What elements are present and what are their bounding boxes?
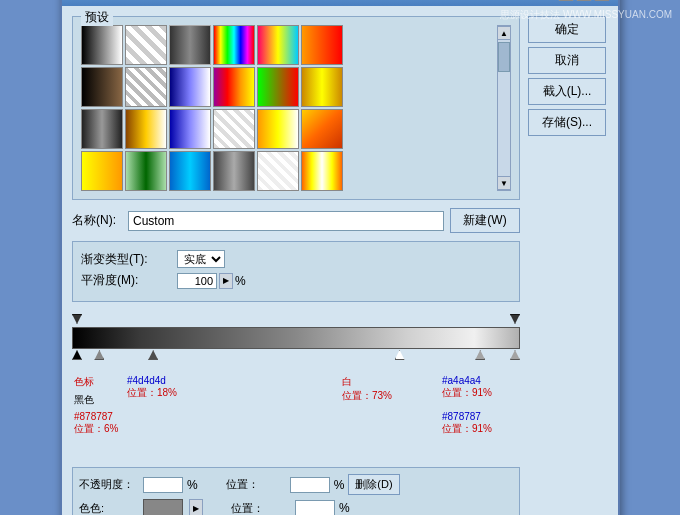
color-pos-label: 位置： <box>231 501 291 516</box>
smoothness-spinner: ▶ % <box>177 273 246 289</box>
color-stops-row <box>72 349 520 369</box>
list-item[interactable] <box>257 151 299 191</box>
color-swatch[interactable] <box>143 499 183 515</box>
stop-73-pos: 位置：73% <box>342 390 392 401</box>
settings-group: 渐变类型(T): 实底 杂色 平滑度(M): ▶ % <box>72 241 520 302</box>
scroll-up-button[interactable]: ▲ <box>497 26 511 40</box>
preset-label: 预设 <box>81 9 113 26</box>
list-item[interactable] <box>301 25 343 65</box>
list-item[interactable] <box>125 67 167 107</box>
stop-91-pos: 位置：91% <box>442 387 492 398</box>
left-panel: 预设 <box>72 16 520 515</box>
color-stop-18[interactable] <box>148 350 158 360</box>
list-item[interactable] <box>257 109 299 149</box>
list-item[interactable] <box>81 151 123 191</box>
list-item[interactable] <box>169 67 211 107</box>
opacity-percent: % <box>187 478 198 492</box>
list-item[interactable] <box>301 151 343 191</box>
color-stop-0[interactable] <box>72 350 82 360</box>
new-button[interactable]: 新建(W) <box>450 208 520 233</box>
save-button[interactable]: 存储(S)... <box>528 109 606 136</box>
stop-73-label: 白 <box>342 376 352 387</box>
name-input[interactable] <box>128 211 444 231</box>
smoothness-unit: % <box>235 274 246 288</box>
annotation-stop-6: #878787 位置：6% <box>74 411 118 436</box>
scroll-down-button[interactable]: ▼ <box>497 176 511 190</box>
list-item[interactable] <box>81 67 123 107</box>
color-pos-percent: % <box>339 501 350 515</box>
watermark: 思源设计技法 WWW.MISSYUAN.COM <box>500 8 672 22</box>
list-item[interactable] <box>213 151 255 191</box>
list-item[interactable] <box>125 25 167 65</box>
gradient-type-label: 渐变类型(T): <box>81 251 171 268</box>
gradient-editor-dialog: 渐变编辑器 — □ ✕ 预设 <box>60 0 620 515</box>
gradient-section <box>72 310 520 369</box>
dialog-title: 渐变编辑器 <box>70 0 130 2</box>
load-button[interactable]: 截入(L)... <box>528 78 606 105</box>
stop-black-label: 黑色 <box>74 394 94 405</box>
opacity-stops-row <box>72 310 520 326</box>
stop-18-color: #4d4d4d <box>127 375 166 386</box>
list-item[interactable] <box>213 109 255 149</box>
annotation-stop-18: #4d4d4d 位置：18% <box>127 375 177 400</box>
scroll-thumb[interactable] <box>498 42 510 72</box>
list-item[interactable] <box>169 109 211 149</box>
stop-6-pos: 位置：6% <box>74 423 118 434</box>
smoothness-row: 平滑度(M): ▶ % <box>81 272 511 289</box>
color-stop-91[interactable] <box>475 350 485 360</box>
dialog-body: 预设 <box>62 6 618 515</box>
right-panel: 确定 取消 截入(L)... 存储(S)... <box>528 16 608 515</box>
color-label: 色色: <box>79 501 139 516</box>
list-item[interactable] <box>169 151 211 191</box>
title-controls: — □ ✕ <box>558 0 610 1</box>
gradient-type-select[interactable]: 实底 杂色 <box>177 250 225 268</box>
stop-18-pos: 位置：18% <box>127 387 177 398</box>
close-button[interactable]: ✕ <box>594 0 610 1</box>
minimize-button[interactable]: — <box>558 0 574 1</box>
preset-group: 预设 <box>72 16 520 200</box>
color-pos-input[interactable] <box>295 500 335 515</box>
annotation-stop-73: 白 位置：73% <box>342 375 392 403</box>
list-item[interactable] <box>125 151 167 191</box>
gradient-bar[interactable] <box>72 327 520 349</box>
stop-91b-pos: 位置：91% <box>442 423 492 434</box>
annotation-black: 黑色 <box>74 393 94 407</box>
annotation-color-label: 色标 <box>74 375 94 389</box>
annotation-stop-91-b: #878787 位置：91% <box>442 411 492 436</box>
stop-91-color: #a4a4a4 <box>442 375 481 386</box>
list-item[interactable] <box>213 25 255 65</box>
opacity-control-row: 不透明度： % 位置： % 删除(D) <box>79 474 513 495</box>
stop-6-color: #878787 <box>74 411 113 422</box>
list-item[interactable] <box>213 67 255 107</box>
cancel-button[interactable]: 取消 <box>528 47 606 74</box>
stop-annotations: 色标 #4d4d4d 位置：18% 白 位置：73% #a4a4a4 位置：91… <box>72 375 520 465</box>
color-stop-6[interactable] <box>94 350 104 360</box>
maximize-button[interactable]: □ <box>576 0 592 1</box>
list-item[interactable] <box>301 109 343 149</box>
smoothness-up-button[interactable]: ▶ <box>219 273 233 289</box>
color-stop-100[interactable] <box>510 350 520 360</box>
list-item[interactable] <box>81 109 123 149</box>
stop-91b-color: #878787 <box>442 411 481 422</box>
preset-grid <box>81 25 493 191</box>
opacity-pos-input[interactable] <box>290 477 330 493</box>
opacity-input[interactable] <box>143 477 183 493</box>
delete-button[interactable]: 删除(D) <box>348 474 399 495</box>
smoothness-input[interactable] <box>177 273 217 289</box>
color-picker-button[interactable]: ▶ <box>189 499 203 515</box>
name-row: 名称(N): 新建(W) <box>72 208 520 233</box>
gradient-bar-visual <box>73 328 519 348</box>
color-control-row: 色色: ▶ 位置： % <box>79 499 513 515</box>
list-item[interactable] <box>257 25 299 65</box>
list-item[interactable] <box>257 67 299 107</box>
preset-scrollbar[interactable]: ▲ ▼ <box>497 25 511 191</box>
opacity-stop-left[interactable] <box>72 314 82 324</box>
stop-color-red-label: 色标 <box>74 376 94 387</box>
opacity-pos-percent: % <box>334 478 345 492</box>
list-item[interactable] <box>81 25 123 65</box>
color-stop-73[interactable] <box>395 350 405 360</box>
list-item[interactable] <box>125 109 167 149</box>
list-item[interactable] <box>301 67 343 107</box>
opacity-stop-right[interactable] <box>510 314 520 324</box>
list-item[interactable] <box>169 25 211 65</box>
